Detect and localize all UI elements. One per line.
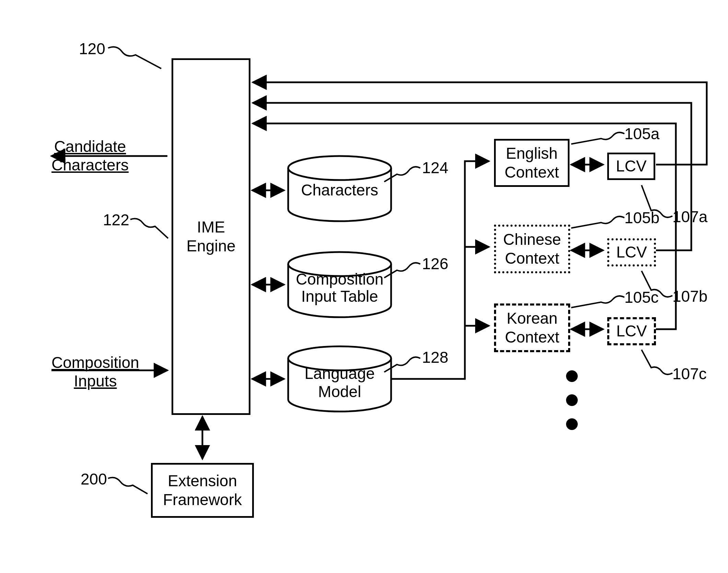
lcv-a-label: LCV (616, 157, 646, 176)
composition-inputs-label: Composition Inputs (51, 353, 139, 390)
lcv-a-box: LCV (607, 153, 655, 180)
chinese-context-box: Chinese Context (494, 225, 570, 273)
ref-105a: 105a (624, 124, 659, 143)
ellipsis-dot (566, 394, 578, 406)
cyl-cit-text2: Input Table (301, 287, 378, 305)
english-context-box: English Context (494, 139, 570, 187)
ref-120: 120 (79, 39, 105, 58)
chinese-context-label: Chinese Context (496, 230, 568, 268)
korean-context-label: Korean Context (496, 309, 568, 347)
candidate-characters-label: Candidate Characters (51, 137, 129, 174)
ref-107a: 107a (672, 207, 707, 226)
ref-105b: 105b (624, 208, 659, 227)
lcv-b-label: LCV (616, 243, 647, 262)
ref-124: 124 (422, 158, 448, 177)
ime-engine-box: IME Engine (172, 58, 250, 415)
ellipsis-dot (566, 370, 578, 382)
ref-200: 200 (81, 470, 107, 488)
ime-engine-label: IME Engine (173, 218, 249, 255)
english-context-label: English Context (496, 144, 568, 182)
svg-point-2 (288, 346, 391, 370)
korean-context-box: Korean Context (494, 303, 570, 352)
svg-point-1 (288, 252, 391, 276)
svg-point-0 (288, 156, 391, 180)
lcv-c-label: LCV (616, 322, 647, 341)
extension-framework-box: Extension Framework (151, 463, 254, 518)
cyl-lm-text2: Model (318, 383, 361, 401)
connector-overlay: Characters Composition Input Table Langu… (0, 0, 728, 573)
cyl-characters-text: Characters (301, 181, 378, 199)
lcv-b-box: LCV (607, 238, 656, 266)
ref-105c: 105c (624, 288, 659, 307)
ref-122: 122 (103, 211, 129, 229)
extension-framework-label: Extension Framework (153, 471, 252, 509)
ref-107b: 107b (672, 287, 707, 306)
cyl-cit-text1: Composition (296, 270, 384, 288)
ref-128: 128 (422, 348, 448, 367)
lcv-c-box: LCV (607, 317, 656, 345)
diagram-canvas: IME Engine Extension Framework English C… (0, 0, 728, 573)
ref-126: 126 (422, 254, 448, 273)
cyl-lm-text1: Language (305, 365, 375, 382)
ellipsis-dot (566, 418, 578, 430)
ref-107c: 107c (672, 365, 707, 383)
